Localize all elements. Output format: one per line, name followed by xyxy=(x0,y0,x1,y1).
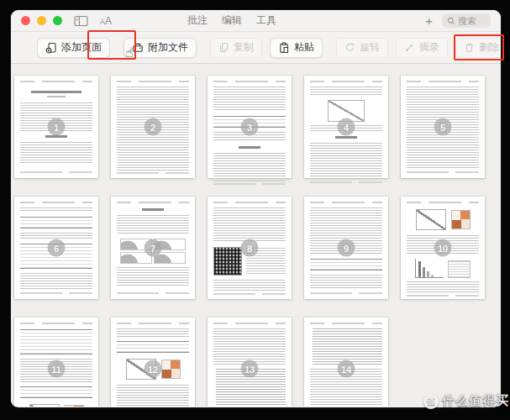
page-thumbnail[interactable]: 13 xyxy=(208,318,292,407)
paste-button[interactable]: 粘贴 xyxy=(270,38,323,58)
copy-button[interactable]: 复制 xyxy=(210,38,262,58)
add-pages-button[interactable]: 添加页面 xyxy=(37,38,110,58)
page-block-tablew xyxy=(20,386,92,398)
page-block-head xyxy=(20,323,92,324)
page-part-roc xyxy=(416,209,446,230)
text-size-large-a: A xyxy=(105,15,112,27)
pointer-hand-cursor: ☝ xyxy=(125,45,134,60)
page-block-foot xyxy=(407,171,479,173)
page-number-badge: 14 xyxy=(338,360,355,378)
page-block-head xyxy=(20,202,92,203)
page-block-head xyxy=(213,81,286,82)
page-block-lines xyxy=(117,267,189,286)
thumbnail-content-area[interactable]: 1234567891011121314 xyxy=(11,64,501,407)
page-block-author xyxy=(47,96,66,97)
page-thumbnail[interactable]: 4 xyxy=(304,76,388,178)
close-window-button[interactable] xyxy=(21,16,30,25)
search-field[interactable] xyxy=(442,13,491,28)
page-number-badge: 1 xyxy=(48,118,66,136)
page-part-cmx xyxy=(161,360,181,379)
page-number-badge: 9 xyxy=(338,239,355,257)
page-block-head xyxy=(117,81,189,82)
menu-edit[interactable]: 编辑 xyxy=(222,13,242,28)
page-block-tablew xyxy=(117,341,189,353)
attach-file-button[interactable]: 附加文件 xyxy=(124,38,197,58)
page-thumbnail[interactable]: 5 xyxy=(401,76,485,178)
add-button[interactable]: + xyxy=(425,14,433,27)
extract-label: 摘录 xyxy=(419,40,439,55)
smzdm-logo-icon: 值 xyxy=(423,394,439,409)
page-thumbnail[interactable]: 2 xyxy=(111,76,195,178)
screenshot-canvas: AA 批注 编辑 工具 + xyxy=(0,0,510,420)
sidebar-toggle-icon[interactable] xyxy=(74,15,88,27)
page-block-rocduo xyxy=(407,208,479,231)
page-block-lines xyxy=(407,281,479,293)
rotate-button[interactable]: 旋转 xyxy=(336,38,388,58)
extract-icon xyxy=(404,42,415,53)
menu-annotate[interactable]: 批注 xyxy=(187,13,208,28)
rotate-icon xyxy=(344,42,355,53)
page-number-badge: 11 xyxy=(48,360,66,378)
page-block-title xyxy=(31,91,81,93)
minimize-window-button[interactable] xyxy=(37,16,46,25)
page-block-foot xyxy=(213,183,286,185)
page-number-badge: 5 xyxy=(434,118,452,136)
page-part-cmx xyxy=(65,405,84,407)
page-thumbnail[interactable]: 7 xyxy=(111,197,195,299)
page-number-badge: 4 xyxy=(338,118,355,136)
page-number-badge: 12 xyxy=(145,360,162,378)
page-block-lines xyxy=(213,207,286,243)
page-part-hm xyxy=(213,247,242,276)
text-size-button[interactable]: AA xyxy=(100,15,112,27)
page-block-tablew xyxy=(310,259,382,270)
page-grid: 1234567891011121314 xyxy=(11,64,501,407)
page-block-gap xyxy=(20,85,92,88)
page-block-foot xyxy=(310,292,382,294)
delete-label: 删除 xyxy=(479,40,499,55)
copy-icon xyxy=(218,42,229,53)
page-thumbnail[interactable]: 11 xyxy=(14,318,98,407)
page-block-lines xyxy=(20,142,92,164)
page-thumbnail[interactable]: 9 xyxy=(304,197,388,299)
page-block-bars xyxy=(407,257,479,278)
page-block-tablet xyxy=(20,329,92,354)
extract-button[interactable]: 摘录 xyxy=(396,38,448,58)
zoom-window-button[interactable] xyxy=(53,16,62,25)
page-block-lines xyxy=(117,328,189,337)
page-block-sechead xyxy=(239,146,260,149)
menu-tools[interactable]: 工具 xyxy=(256,13,276,28)
page-block-lines xyxy=(20,207,92,213)
page-block-foot xyxy=(213,293,286,295)
trash-icon xyxy=(464,42,475,53)
watermark: 值 什么值得买 xyxy=(423,393,509,409)
page-block-head xyxy=(213,323,286,324)
page-block-lines xyxy=(213,153,286,181)
page-thumbnail[interactable]: 12 xyxy=(111,318,195,407)
page-thumbnail[interactable]: 3 xyxy=(208,76,292,178)
page-block-lines xyxy=(310,275,382,290)
page-number-badge: 8 xyxy=(241,239,259,257)
page-thumbnail[interactable]: 10 xyxy=(401,197,485,299)
page-block-lines xyxy=(310,143,382,180)
paste-icon xyxy=(278,42,290,54)
page-block-head xyxy=(310,202,382,203)
preview-window: AA 批注 编辑 工具 + xyxy=(11,10,501,407)
titlebar-menu: 批注 编辑 工具 xyxy=(187,10,276,31)
page-number-badge: 7 xyxy=(145,239,162,257)
page-block-head xyxy=(310,81,382,82)
titlebar: AA 批注 编辑 工具 + xyxy=(11,10,501,32)
page-block-foot xyxy=(310,181,382,183)
page-block-lines xyxy=(213,280,286,291)
page-number-badge: 3 xyxy=(241,118,259,136)
search-input[interactable] xyxy=(458,16,486,26)
page-thumbnail[interactable]: 6 xyxy=(14,197,98,299)
paste-label: 粘贴 xyxy=(294,40,314,55)
page-thumbnail[interactable]: 14 xyxy=(304,318,388,407)
add-pages-label: 添加页面 xyxy=(61,40,102,55)
page-block-foot xyxy=(117,292,189,294)
page-thumbnail[interactable]: 1 xyxy=(14,76,98,178)
page-thumbnail[interactable]: 8 xyxy=(208,197,292,299)
delete-button[interactable]: 删除 xyxy=(455,38,501,58)
page-block-head xyxy=(407,81,479,82)
page-block-lines xyxy=(213,87,286,112)
